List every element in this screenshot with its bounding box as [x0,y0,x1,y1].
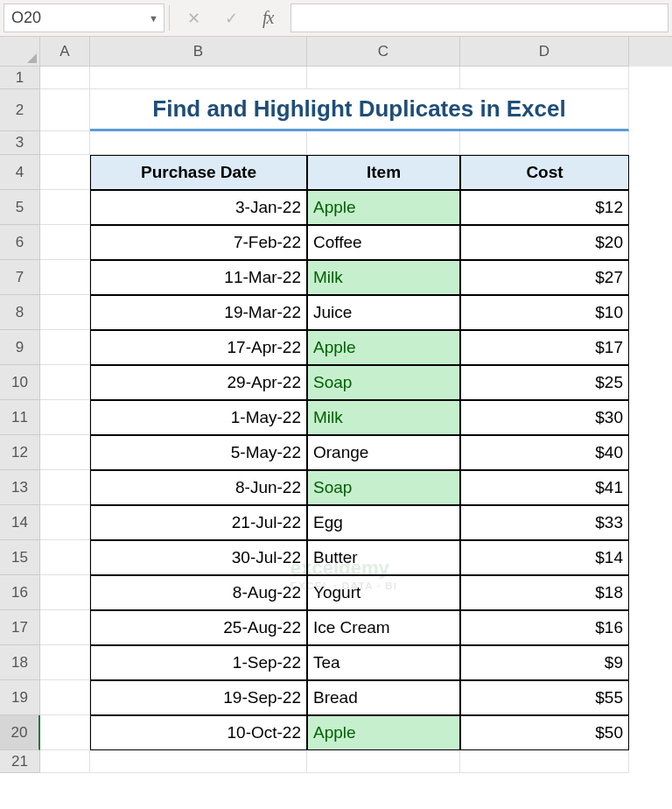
cell[interactable] [40,67,90,89]
item-cell[interactable]: Butter [307,540,460,575]
cell[interactable] [40,260,90,295]
row-header[interactable]: 15 [0,540,40,575]
item-cell[interactable]: Apple [307,190,460,225]
cell[interactable] [40,610,90,645]
purchase-date-cell[interactable]: 21-Jul-22 [90,505,307,540]
cell[interactable] [90,750,307,773]
cell[interactable] [40,470,90,505]
purchase-date-cell[interactable]: 29-Apr-22 [90,365,307,400]
cell[interactable] [460,131,629,155]
row-header[interactable]: 9 [0,330,40,365]
row-header[interactable]: 19 [0,680,40,715]
purchase-date-cell[interactable]: 5-May-22 [90,435,307,470]
cost-cell[interactable]: $25 [460,365,629,400]
cost-cell[interactable]: $14 [460,540,629,575]
cost-cell[interactable]: $20 [460,225,629,260]
cell[interactable] [40,435,90,470]
cells-area[interactable]: exceldemy EXCEL · DATA · BI Find and Hig… [40,67,672,773]
select-all-corner[interactable] [0,37,40,67]
cell[interactable] [307,67,460,89]
col-header-A[interactable]: A [40,37,90,67]
cost-cell[interactable]: $9 [460,645,629,680]
col-header-C[interactable]: C [307,37,460,67]
cost-cell[interactable]: $17 [460,330,629,365]
row-header[interactable]: 20 [0,715,40,750]
item-cell[interactable]: Bread [307,680,460,715]
cell[interactable] [40,540,90,575]
cell[interactable] [40,225,90,260]
purchase-date-cell[interactable]: 30-Jul-22 [90,540,307,575]
row-header[interactable]: 7 [0,260,40,295]
item-cell[interactable]: Soap [307,470,460,505]
item-cell[interactable]: Coffee [307,225,460,260]
cost-cell[interactable]: $27 [460,260,629,295]
cost-cell[interactable]: $12 [460,190,629,225]
name-box[interactable]: O20 ▼ [4,4,164,32]
item-cell[interactable]: Soap [307,365,460,400]
cell[interactable] [40,400,90,435]
cell[interactable] [40,131,90,155]
row-header[interactable]: 21 [0,750,40,773]
cell[interactable] [40,295,90,330]
cost-cell[interactable]: $55 [460,680,629,715]
purchase-date-cell[interactable]: 1-Sep-22 [90,645,307,680]
cell[interactable] [90,131,307,155]
cell[interactable] [460,750,629,773]
cost-cell[interactable]: $18 [460,575,629,610]
row-header[interactable]: 14 [0,505,40,540]
cell[interactable] [40,680,90,715]
cost-cell[interactable]: $10 [460,295,629,330]
purchase-date-cell[interactable]: 7-Feb-22 [90,225,307,260]
cost-cell[interactable]: $16 [460,610,629,645]
col-header-B[interactable]: B [90,37,307,67]
table-header-cell[interactable]: Cost [460,155,629,190]
cost-cell[interactable]: $41 [460,470,629,505]
row-header[interactable]: 8 [0,295,40,330]
purchase-date-cell[interactable]: 19-Sep-22 [90,680,307,715]
purchase-date-cell[interactable]: 19-Mar-22 [90,295,307,330]
row-header[interactable]: 3 [0,131,40,155]
purchase-date-cell[interactable]: 8-Aug-22 [90,575,307,610]
row-header[interactable]: 1 [0,67,40,89]
row-header[interactable]: 10 [0,365,40,400]
item-cell[interactable]: Milk [307,400,460,435]
table-header-cell[interactable]: Item [307,155,460,190]
purchase-date-cell[interactable]: 1-May-22 [90,400,307,435]
item-cell[interactable]: Apple [307,330,460,365]
cell[interactable] [307,131,460,155]
fx-icon[interactable]: fx [262,8,273,28]
item-cell[interactable]: Egg [307,505,460,540]
cell[interactable] [40,89,90,131]
cell[interactable] [40,190,90,225]
item-cell[interactable]: Tea [307,645,460,680]
cell[interactable] [40,645,90,680]
purchase-date-cell[interactable]: 11-Mar-22 [90,260,307,295]
item-cell[interactable]: Apple [307,715,460,750]
row-header[interactable]: 6 [0,225,40,260]
cell[interactable] [40,365,90,400]
row-header[interactable]: 12 [0,435,40,470]
item-cell[interactable]: Milk [307,260,460,295]
cell[interactable] [460,67,629,89]
cell[interactable] [40,505,90,540]
title-cell[interactable]: Find and Highlight Duplicates in Excel [90,89,629,131]
cell[interactable] [307,750,460,773]
cost-cell[interactable]: $50 [460,715,629,750]
cell[interactable] [90,67,307,89]
cell[interactable] [40,155,90,190]
item-cell[interactable]: Juice [307,295,460,330]
cell[interactable] [40,330,90,365]
item-cell[interactable]: Yogurt [307,575,460,610]
purchase-date-cell[interactable]: 17-Apr-22 [90,330,307,365]
cost-cell[interactable]: $30 [460,400,629,435]
cell[interactable] [40,575,90,610]
row-header[interactable]: 16 [0,575,40,610]
row-header[interactable]: 4 [0,155,40,190]
col-header-D[interactable]: D [460,37,629,67]
table-header-cell[interactable]: Purchase Date [90,155,307,190]
purchase-date-cell[interactable]: 10-Oct-22 [90,715,307,750]
formula-input[interactable] [290,4,668,32]
chevron-down-icon[interactable]: ▼ [149,13,158,24]
purchase-date-cell[interactable]: 3-Jan-22 [90,190,307,225]
cell[interactable] [40,715,90,750]
